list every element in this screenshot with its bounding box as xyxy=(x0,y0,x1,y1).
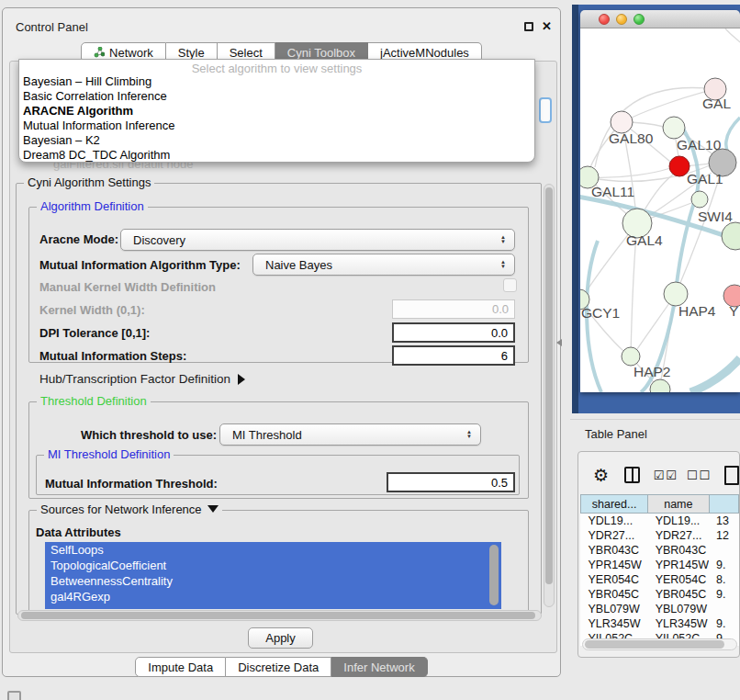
table-cell: YER054C xyxy=(648,572,709,587)
node-hap2[interactable] xyxy=(622,347,640,366)
kernel-width-field[interactable]: 0.0 xyxy=(392,299,515,319)
algorithm-option[interactable]: Mutual Information Inference xyxy=(19,119,534,133)
table-row[interactable]: YBR043CYBR043C xyxy=(581,543,739,558)
table-cell: YBR045C xyxy=(581,587,648,602)
table-row[interactable]: YER054CYER054C8. xyxy=(581,572,739,587)
control-panel-title: Control Panel xyxy=(16,20,88,34)
tab-network-label: Network xyxy=(109,46,153,60)
hub-definition-expander[interactable]: Hub/Transcription Factor Definition xyxy=(39,372,245,386)
table-row[interactable]: YBR045CYBR045C9. xyxy=(581,587,739,602)
columns-icon[interactable] xyxy=(624,467,640,483)
table-cell: 9. xyxy=(709,616,738,631)
tab-jactivemnodules-label: jActiveMNodules xyxy=(380,46,469,60)
table-cell: 9. xyxy=(709,587,738,602)
table-row[interactable]: YLR345WYLR345W9. xyxy=(581,616,739,631)
node-gal10[interactable] xyxy=(663,117,685,139)
mi-threshold-field[interactable]: 0.5 xyxy=(387,472,515,492)
table-cell: YLR345W xyxy=(648,616,709,631)
algorithm-placeholder: Select algorithm to view settings xyxy=(19,60,534,74)
deselect-all-checks-icon[interactable]: ☐☐ xyxy=(687,469,712,482)
aracne-mode-value: Discovery xyxy=(133,233,185,247)
collapse-arrow-icon[interactable] xyxy=(207,505,219,513)
table-horizontal-scrollbar[interactable] xyxy=(582,638,737,650)
attributes-list-scrollbar[interactable] xyxy=(489,545,499,605)
close-panel-icon[interactable]: ✕ xyxy=(542,19,552,33)
apply-button[interactable]: Apply xyxy=(248,627,313,649)
attribute-item[interactable]: TopologicalCoefficient xyxy=(45,558,501,573)
expand-arrow-icon xyxy=(238,374,245,385)
algorithm-list: Bayesian – Hill ClimbingBasic Correlatio… xyxy=(19,74,534,163)
table-cell: YBR045C xyxy=(648,587,709,602)
select-all-checks-icon[interactable]: ☑☑ xyxy=(654,469,678,482)
manual-kernel-checkbox[interactable] xyxy=(503,278,517,292)
table-panel-title: Table Panel xyxy=(585,427,647,441)
screen: Control Panel ✕ Network Style Select Cyn… xyxy=(0,0,740,700)
hub-definition-label: Hub/Transcription Factor Definition xyxy=(39,372,230,386)
node-label: HAP2 xyxy=(633,364,671,379)
tab-infer-network[interactable]: Infer Network xyxy=(331,657,427,677)
kernel-width-label: Kernel Width (0,1): xyxy=(39,303,145,317)
node-label: Y xyxy=(729,303,738,319)
network-icon xyxy=(94,47,105,58)
table-row[interactable]: YDR27...YDR27...12 xyxy=(581,528,739,543)
column-header-name[interactable]: name xyxy=(648,495,709,514)
settings-vertical-scrollbar[interactable] xyxy=(544,184,555,607)
column-header-shared-name[interactable]: shared... xyxy=(581,495,648,514)
aracne-mode-combobox[interactable]: Discovery ▲▼ xyxy=(120,229,515,251)
table-row[interactable]: YBL079WYBL079W xyxy=(581,602,739,616)
table-cell: YDR27... xyxy=(648,528,709,543)
node-right-cut[interactable] xyxy=(722,222,740,250)
minimize-button[interactable] xyxy=(616,14,627,25)
close-button[interactable] xyxy=(599,14,610,25)
float-window-icon[interactable] xyxy=(524,22,533,31)
tab-discretize-data[interactable]: Discretize Data xyxy=(226,657,331,677)
table-body: YDL19...YDL19...13YDR27...YDR27...12YBR0… xyxy=(581,514,739,646)
document-icon[interactable] xyxy=(724,466,739,485)
algorithm-option[interactable]: Bayesian – Hill Climbing xyxy=(19,74,534,89)
node-label: GAL80 xyxy=(609,130,654,146)
mi-type-label: Mutual Information Algorithm Type: xyxy=(39,258,241,272)
table-cell: YPR145W xyxy=(648,558,709,572)
manual-kernel-label: Manual Kernel Width Definition xyxy=(39,280,216,294)
algorithm-option[interactable]: Dream8 DC_TDC Algorithm xyxy=(19,148,534,163)
algorithm-option[interactable]: ARACNE Algorithm xyxy=(19,104,534,119)
table-cell: 12 xyxy=(709,528,738,543)
zoom-button[interactable] xyxy=(633,14,645,25)
which-threshold-combobox[interactable]: MI Threshold ▲▼ xyxy=(219,423,481,446)
tab-impute-data[interactable]: Impute Data xyxy=(135,657,226,677)
dpi-tolerance-label: DPI Tolerance [0,1]: xyxy=(39,326,150,340)
mi-steps-field[interactable]: 6 xyxy=(392,345,515,366)
table-row[interactable]: YDL19...YDL19...13 xyxy=(581,514,739,528)
mi-type-combobox[interactable]: Naive Bayes ▲▼ xyxy=(252,254,515,276)
settings-horizontal-scrollbar[interactable] xyxy=(17,610,542,621)
attribute-item[interactable]: BetweennessCentrality xyxy=(45,573,501,589)
cyni-settings-legend: Cyni Algorithm Settings xyxy=(24,175,154,189)
table-cell: YPR145W xyxy=(581,558,648,572)
algorithm-option[interactable]: Bayesian – K2 xyxy=(19,133,534,148)
splitter-collapse-icon[interactable] xyxy=(556,339,562,346)
attribute-item[interactable]: SelfLoops xyxy=(45,542,501,558)
node-label: GAL10 xyxy=(677,137,722,152)
corner-widget-cut[interactable] xyxy=(7,691,21,700)
algorithm-definition-legend: Algorithm Definition xyxy=(37,199,148,213)
table-cell: YDL19... xyxy=(581,514,648,528)
algorithm-option[interactable]: Basic Correlation Inference xyxy=(19,89,534,104)
bottom-tabbar: Impute Data Discretize Data Infer Networ… xyxy=(3,657,560,677)
network-window-titlebar[interactable] xyxy=(580,10,740,28)
gear-icon[interactable]: ⚙ xyxy=(593,465,609,486)
data-attributes-list[interactable]: SelfLoopsTopologicalCoefficientBetweenne… xyxy=(45,542,501,609)
column-header-cut[interactable] xyxy=(709,495,738,514)
attribute-item[interactable]: gal4RGexp xyxy=(45,589,501,604)
table-cell: 8. xyxy=(709,572,738,587)
network-canvas[interactable]: GAL GAL80 GAL10 GAL1 GAL11 SWI4 GAL4 GCY… xyxy=(580,28,740,392)
dpi-tolerance-field[interactable]: 0.0 xyxy=(392,322,515,343)
node-label: GAL1 xyxy=(687,171,723,186)
node-label: GCY1 xyxy=(581,305,620,321)
tab-infer-network-label: Infer Network xyxy=(343,660,414,674)
mi-steps-label: Mutual Information Steps: xyxy=(39,349,186,363)
node-swi4[interactable] xyxy=(691,191,708,208)
network-graph: GAL GAL80 GAL10 GAL1 GAL11 SWI4 GAL4 GCY… xyxy=(580,28,740,392)
spinner-arrows-icon: ▲▼ xyxy=(500,260,514,269)
data-attributes-label: Data Attributes xyxy=(36,525,121,539)
table-row[interactable]: YPR145WYPR145W9. xyxy=(581,558,739,572)
